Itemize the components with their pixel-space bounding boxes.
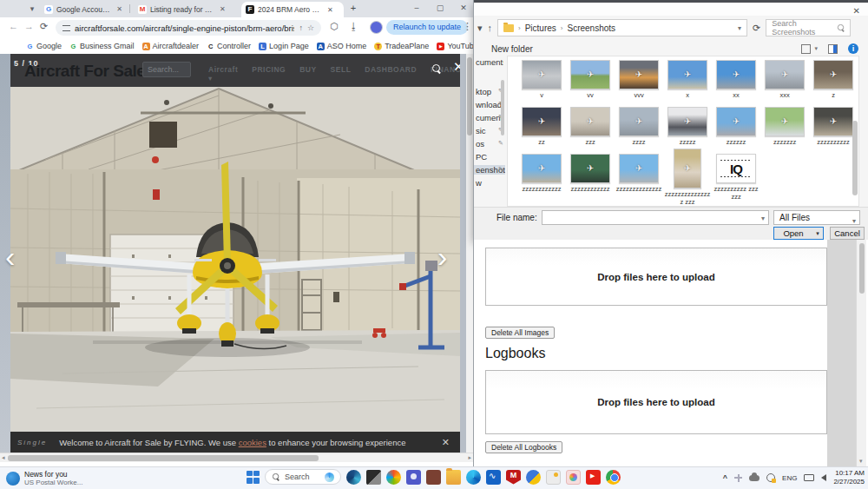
snipping-tool-icon[interactable] [546,470,561,485]
site-search-input[interactable]: Search... [142,62,191,77]
preview-pane-icon[interactable] [828,44,838,54]
file-item[interactable]: ✈zzzz [615,107,662,146]
bookmark-google[interactable]: GGoogle [26,42,62,50]
bookmark-aircraftdealer[interactable]: AAircraftdealer [142,42,200,50]
site-logo[interactable]: Aircraft For Sale [24,62,145,81]
nav-back-icon[interactable]: ▾ [477,23,483,34]
breadcrumb-dropdown-icon[interactable]: ▾ [738,24,741,32]
news-widget[interactable]: News for youUS Postal Worke... [6,470,82,486]
teams-icon[interactable] [406,470,421,485]
taskbar-search[interactable]: Search [265,469,341,485]
cookies-link[interactable]: cookies [239,438,266,447]
delete-all-images-button[interactable]: Delete All Images [485,327,555,339]
nav-dashboard[interactable]: DASHBOARD [365,65,417,83]
page-scrollbar[interactable]: ▾ [856,240,866,466]
share-icon[interactable]: ↑ [299,23,303,32]
lightbox-close-icon[interactable]: ✕ [453,59,460,75]
sidebar-item-documents[interactable]: cuments [474,57,503,67]
edge-icon[interactable] [466,470,481,485]
copilot-icon[interactable] [386,470,401,485]
forward-button[interactable]: → [24,21,34,31]
close-window-button[interactable]: ✕ [457,1,470,15]
photos-app-active-icon[interactable] [566,470,581,485]
tab-active-bristell[interactable]: F 2024 BRM Aero Bristell LSA - S ✕ [241,2,344,17]
view-options-icon[interactable] [801,44,811,54]
tab-gmail-listing[interactable]: M Listing ready for duplication - ✕ [134,2,234,17]
nav-up-icon[interactable]: ↑ [488,23,493,33]
nav-sell[interactable]: SELL [331,65,352,83]
cancel-button[interactable]: Cancel [830,227,865,240]
relaunch-to-update-button[interactable]: Relaunch to update [386,20,468,35]
refresh-button[interactable]: ⟳ [40,21,48,32]
maximize-button[interactable]: ▢ [433,1,447,15]
open-button[interactable]: Open [773,227,813,240]
file-item[interactable]: ✈vvv [615,60,662,99]
file-item[interactable]: ✈zzzzzzzzzzzzzz [615,154,662,193]
nav-pricing[interactable]: PRICING [252,65,286,83]
language-indicator[interactable]: ENG [782,474,797,482]
file-item[interactable]: ✈zzzzzzzzzzzzzzz zzz [664,149,711,206]
sidebar-item-network[interactable]: w [474,178,503,188]
file-name-input[interactable]: ▾ [542,210,769,225]
horizontal-scrollbar[interactable]: ◂ ▸ [0,453,473,462]
bookmark-business-gmail[interactable]: GBusiness Gmail [69,42,135,50]
view-dropdown-icon[interactable]: ▾ [814,45,818,52]
profile-avatar[interactable] [370,21,383,34]
file-type-select[interactable]: All Files▾ [773,210,860,225]
edge-copilot-icon[interactable] [346,470,361,485]
bookmark-login-page[interactable]: LLogin Page [259,42,309,50]
nav-buy[interactable]: BUY [299,65,316,83]
account-sync-icon[interactable] [766,473,775,482]
minimize-button[interactable]: – [410,1,424,15]
task-view-icon[interactable] [366,470,381,485]
extensions-icon[interactable]: ⬡ [330,21,339,32]
file-explorer-icon[interactable] [446,470,461,485]
next-image-button[interactable]: › [437,243,447,269]
breadcrumb[interactable]: › Pictures › Screenshots ▾ [497,19,747,36]
clock[interactable]: 10:17 AM 2/27/2025 [833,469,865,486]
file-item[interactable]: ✈xxx [761,60,808,99]
hidden-icons-button[interactable]: ^ [723,473,727,482]
file-item[interactable]: ✈z [810,60,857,99]
start-button[interactable] [247,471,260,484]
images-drop-zone[interactable]: Drop files here to upload [485,248,827,306]
downloads-icon[interactable]: ⭳ [349,21,358,31]
refresh-icon[interactable]: ⟳ [753,23,760,34]
tab-google-accounts[interactable]: G Google Accounts ✕ [40,2,127,17]
bookmark-controller[interactable]: CController [207,42,251,50]
mcafee-icon[interactable] [506,470,521,485]
prev-image-button[interactable]: ‹ [5,243,15,269]
scroll-down-icon[interactable]: ▾ [859,458,863,465]
apps-grid-icon[interactable] [9,43,10,50]
help-icon[interactable]: i [848,43,858,54]
file-item[interactable]: ✈zzzzzzzzzzzz [567,154,614,193]
file-item[interactable]: ✈zzzzzzzzzz [810,107,857,146]
file-grid-scrollbar[interactable] [852,121,858,195]
url-text[interactable]: aircraftforsale.com/aircraft/single-engi… [75,23,294,33]
onedrive-icon[interactable] [749,475,760,481]
tab-search-button[interactable]: ▾ [26,3,38,15]
scrollbar-thumb[interactable] [8,455,319,461]
file-item[interactable]: ✈zz [518,107,565,146]
dialog-close-icon[interactable]: ✕ [853,6,860,16]
scrollbar-thumb[interactable] [467,57,472,135]
tab-close-icon[interactable]: ✕ [218,5,226,13]
sidebar-scrollbar[interactable] [501,80,504,135]
file-item[interactable]: ✈vv [567,60,614,99]
file-item[interactable]: IQzzzzzzzzzz zzzzzz [713,154,760,201]
site-settings-icon[interactable] [62,25,70,31]
bookmark-aso-home[interactable]: AASO Home [317,42,367,50]
dialog-search-input[interactable]: Search Screenshots [766,19,851,36]
bookmark-tradeaplane[interactable]: TTradeaPlane [374,42,429,50]
bookmark-star-icon[interactable]: ☆ [307,23,314,32]
address-bar[interactable]: aircraftforsale.com/aircraft/single-engi… [56,20,321,36]
tab-close-icon[interactable]: ✕ [115,5,122,13]
scroll-right-icon[interactable]: ▸ [468,454,471,461]
tray-app-icon[interactable] [734,474,742,482]
file-item[interactable]: ✈zzzzzz [713,107,760,146]
scroll-left-icon[interactable]: ◂ [2,454,5,461]
cookie-close-icon[interactable]: ✕ [442,437,450,448]
file-item[interactable]: ✈zzzzzzzzzzzz [518,154,565,193]
browser-menu-icon[interactable]: ⋮ [463,21,472,32]
breadcrumb-screenshots[interactable]: Screenshots [568,23,616,33]
